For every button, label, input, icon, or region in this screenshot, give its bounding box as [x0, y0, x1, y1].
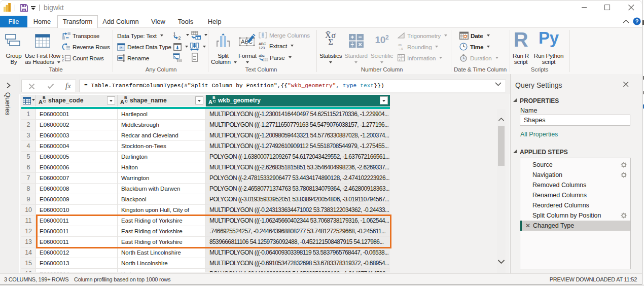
- svg-text:−: −: [402, 55, 404, 58]
- svg-text:3: 3: [399, 58, 400, 61]
- svg-text:1: 1: [62, 55, 64, 58]
- svg-text:?: ?: [120, 46, 122, 50]
- svg-text:→.0: →.0: [398, 47, 403, 50]
- svg-text:1: 1: [399, 55, 400, 58]
- svg-text:.00: .00: [398, 44, 402, 47]
- svg-text:123: 123: [259, 46, 265, 50]
- svg-text:+: +: [402, 58, 404, 61]
- svg-text:2: 2: [62, 58, 64, 62]
- svg-text:2: 2: [178, 35, 181, 40]
- svg-text:1: 1: [173, 31, 176, 36]
- svg-text:?: ?: [635, 18, 639, 24]
- svg-text:abc: abc: [259, 53, 265, 58]
